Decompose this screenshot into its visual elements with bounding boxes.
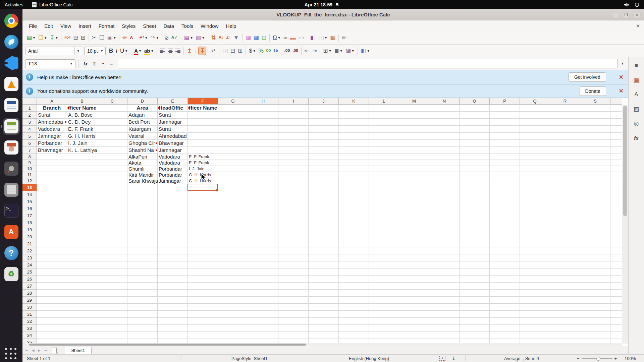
cell-G5[interactable] bbox=[218, 133, 248, 140]
cell-H23[interactable] bbox=[248, 254, 278, 261]
cell-A5[interactable]: Jamnagar bbox=[37, 133, 67, 140]
cell-K31[interactable] bbox=[339, 311, 369, 318]
cell-Q31[interactable] bbox=[520, 311, 550, 318]
cell-B22[interactable] bbox=[67, 247, 97, 254]
cell-N14[interactable] bbox=[429, 191, 460, 198]
cell-F27[interactable] bbox=[188, 283, 218, 290]
language-status[interactable]: English (Hong Kong) bbox=[349, 355, 389, 362]
cell-G23[interactable] bbox=[218, 254, 248, 261]
cell-N13[interactable] bbox=[429, 184, 460, 191]
cell-P3[interactable] bbox=[490, 119, 520, 126]
cell-P18[interactable] bbox=[490, 219, 520, 226]
horizontal-scrollbar-thumb[interactable] bbox=[29, 344, 306, 346]
dock-app-grid-icon[interactable] bbox=[3, 345, 20, 362]
cell-A16[interactable] bbox=[37, 205, 67, 212]
cell-J21[interactable] bbox=[309, 240, 339, 247]
cell-P22[interactable] bbox=[490, 247, 520, 254]
cell-B3[interactable]: C. D. Dey bbox=[67, 119, 97, 126]
cell-G19[interactable] bbox=[218, 226, 248, 233]
gallery-deck-icon[interactable]: ▨ bbox=[632, 105, 641, 113]
cell-P15[interactable] bbox=[490, 198, 520, 205]
cell-B35[interactable] bbox=[67, 339, 97, 343]
cell-O5[interactable] bbox=[460, 133, 490, 140]
cell-C34[interactable] bbox=[97, 332, 127, 339]
cell-H19[interactable] bbox=[248, 226, 278, 233]
cell-F16[interactable] bbox=[188, 205, 218, 212]
cell-H12[interactable] bbox=[248, 178, 278, 184]
vertical-scrollbar-thumb[interactable] bbox=[623, 106, 627, 216]
chevron-down-icon[interactable]: ▼ bbox=[367, 49, 370, 53]
font-color-button[interactable]: A▼ bbox=[133, 47, 143, 55]
cell-J16[interactable] bbox=[309, 205, 339, 212]
cell-D27[interactable] bbox=[127, 283, 158, 290]
cell-I7[interactable] bbox=[278, 147, 309, 154]
cell-S4[interactable] bbox=[580, 126, 610, 133]
cell-N3[interactable] bbox=[429, 119, 460, 126]
cell-A10[interactable] bbox=[37, 166, 67, 172]
previous-sheet-icon[interactable]: ◀ bbox=[30, 348, 36, 353]
chevron-down-icon[interactable]: ▼ bbox=[74, 47, 82, 55]
freeze-rows-and-columns-button[interactable]: ◧ bbox=[309, 34, 317, 42]
cell-I13[interactable] bbox=[278, 184, 309, 191]
cell-I29[interactable] bbox=[278, 297, 309, 304]
cell-J25[interactable] bbox=[309, 268, 339, 276]
cell-D34[interactable] bbox=[127, 332, 158, 339]
cell-A24[interactable] bbox=[37, 261, 67, 268]
insert-chart-button[interactable]: ▦ bbox=[252, 34, 260, 42]
cell-A12[interactable] bbox=[37, 178, 67, 184]
cell-I33[interactable] bbox=[278, 325, 309, 332]
cell-K1[interactable] bbox=[339, 105, 369, 112]
row-header-17[interactable]: 17 bbox=[22, 212, 37, 219]
cell-O33[interactable] bbox=[460, 325, 490, 332]
cell-E24[interactable] bbox=[158, 261, 188, 268]
decrease-indent-button[interactable]: ⇤ bbox=[303, 47, 311, 55]
cell-B14[interactable] bbox=[67, 191, 97, 198]
row-header-25[interactable]: 25 bbox=[22, 268, 37, 276]
cell-L2[interactable] bbox=[369, 112, 399, 119]
copy-button[interactable]: ❐ bbox=[98, 34, 106, 42]
cell-M2[interactable] bbox=[399, 112, 429, 119]
cell-F22[interactable] bbox=[188, 247, 218, 254]
cell-Q15[interactable] bbox=[520, 198, 550, 205]
cell-F7[interactable] bbox=[188, 147, 218, 154]
cell-B16[interactable] bbox=[67, 205, 97, 212]
cell-E26[interactable] bbox=[158, 276, 188, 283]
cell-G31[interactable] bbox=[218, 311, 248, 318]
cell-S14[interactable] bbox=[580, 191, 610, 198]
align-center-button[interactable] bbox=[166, 48, 174, 54]
row-header-23[interactable]: 23 bbox=[22, 254, 37, 261]
cell-Q2[interactable] bbox=[520, 112, 550, 119]
cell-H16[interactable] bbox=[248, 205, 278, 212]
cell-K10[interactable] bbox=[339, 166, 369, 172]
cell-S11[interactable] bbox=[580, 172, 610, 178]
cell-N2[interactable] bbox=[429, 112, 460, 119]
cell-C31[interactable] bbox=[97, 311, 127, 318]
cell-O28[interactable] bbox=[460, 290, 490, 297]
cell-S25[interactable] bbox=[580, 268, 610, 276]
vertical-scrollbar[interactable] bbox=[622, 105, 628, 344]
cell-A30[interactable] bbox=[37, 304, 67, 311]
cell-R32[interactable] bbox=[550, 318, 580, 325]
row-header-26[interactable]: 26 bbox=[22, 276, 37, 283]
cell-G24[interactable] bbox=[218, 261, 248, 268]
cell-G11[interactable] bbox=[218, 172, 248, 178]
cell-L29[interactable] bbox=[369, 297, 399, 304]
cell-P21[interactable] bbox=[490, 240, 520, 247]
cell-D31[interactable] bbox=[127, 311, 158, 318]
cell-A3[interactable]: Ahmedaba bbox=[37, 119, 67, 126]
cell-F35[interactable] bbox=[188, 339, 218, 343]
row-header-19[interactable]: 19 bbox=[22, 226, 37, 233]
title-bar[interactable]: VLOOKUP_Fill_the_form.xlsx - LibreOffice… bbox=[22, 9, 644, 20]
row-header-30[interactable]: 30 bbox=[22, 304, 37, 311]
cell-Q8[interactable] bbox=[520, 154, 550, 160]
cell-P4[interactable] bbox=[490, 126, 520, 133]
cell-S35[interactable] bbox=[580, 339, 610, 343]
cell-N6[interactable] bbox=[429, 140, 460, 147]
cell-K20[interactable] bbox=[339, 233, 369, 240]
first-sheet-icon[interactable]: ⇤ bbox=[24, 348, 30, 353]
cell-C5[interactable] bbox=[97, 133, 127, 140]
menu-tools[interactable]: Tools bbox=[178, 21, 197, 31]
cell-D3[interactable]: Bedi Port bbox=[127, 119, 158, 126]
chevron-down-icon[interactable]: ▼ bbox=[340, 49, 343, 53]
cell-C4[interactable] bbox=[97, 126, 127, 133]
